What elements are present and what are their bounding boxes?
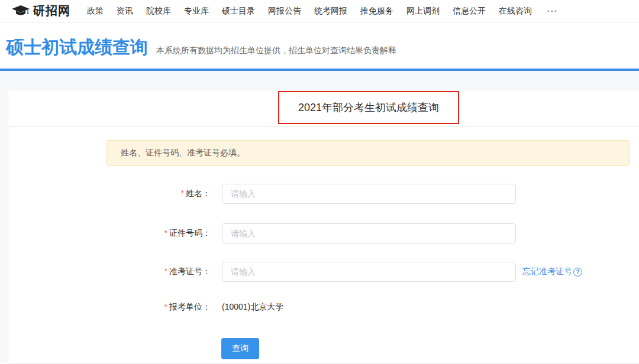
forgot-ticket-link[interactable]: 忘记准考证号? (522, 266, 582, 277)
form-row-id-number: *证件号码： (8, 223, 516, 243)
nav-item-online-consult[interactable]: 在线咨询 (499, 6, 532, 17)
graduation-cap-icon (12, 5, 30, 17)
id-number-label: *证件号码： (8, 228, 211, 239)
top-navigation: 研招网 政策 资讯 院校库 专业库 硕士目录 网报公告 统考网报 推免服务 网上… (0, 0, 639, 22)
ticket-number-label: *准考证号： (8, 266, 211, 277)
logo-text: 研招网 (33, 3, 70, 19)
nav-item-policy[interactable]: 政策 (87, 6, 104, 17)
form-row-institution: *报考单位： (10001)北京大学 (8, 297, 283, 317)
id-number-input[interactable] (222, 223, 516, 243)
nav-item-major-db[interactable]: 专业库 (184, 6, 209, 17)
nav-item-college-db[interactable]: 院校库 (146, 6, 171, 17)
required-asterisk: * (181, 188, 184, 198)
nav-item-news[interactable]: 资讯 (117, 6, 133, 17)
page-subtitle: 本系统所有数据均为招生单位提供，招生单位对查询结果负责解释 (156, 46, 396, 56)
nav-item-exemption-service[interactable]: 推免服务 (360, 6, 393, 17)
institution-value: (10001)北京大学 (222, 302, 283, 313)
ticket-number-input[interactable] (222, 262, 516, 282)
institution-label: *报考单位： (8, 302, 211, 313)
nav-menu: 政策 资讯 院校库 专业库 硕士目录 网报公告 统考网报 推免服务 网上调剂 信… (87, 6, 558, 17)
page-body: 2021年部分考生初试成绩查询 姓名、证件号码、准考证号必填。 *姓名： *证件… (0, 71, 639, 363)
required-fields-alert: 姓名、证件号码、准考证号必填。 (106, 140, 630, 166)
page-header: 硕士初试成绩查询 本系统所有数据均为招生单位提供，招生单位对查询结果负责解释 (0, 22, 639, 69)
nav-item-info-disclosure[interactable]: 信息公开 (453, 6, 486, 17)
nav-item-unified-exam[interactable]: 统考网报 (314, 6, 347, 17)
card-title: 2021年部分考生初试成绩查询 (298, 100, 439, 115)
query-card: 2021年部分考生初试成绩查询 姓名、证件号码、准考证号必填。 *姓名： *证件… (8, 90, 639, 364)
nav-item-online-adjustment[interactable]: 网上调剂 (406, 6, 440, 17)
form-row-ticket-number: *准考证号： 忘记准考证号? (8, 262, 582, 282)
annotation-box: 2021年部分考生初试成绩查询 (278, 91, 459, 124)
required-asterisk: * (164, 302, 167, 311)
page-title: 硕士初试成绩查询 (6, 35, 148, 58)
required-asterisk: * (164, 266, 167, 276)
name-input[interactable] (222, 184, 516, 204)
alert-text: 姓名、证件号码、准考证号必填。 (121, 148, 245, 158)
help-question-icon: ? (573, 268, 582, 277)
site-logo[interactable]: 研招网 (12, 3, 70, 19)
nav-more-ellipsis-icon[interactable]: ••• (547, 8, 558, 14)
nav-item-masters-catalog[interactable]: 硕士目录 (222, 6, 255, 17)
required-asterisk: * (164, 228, 167, 238)
query-button[interactable]: 查询 (221, 338, 259, 359)
form-row-name: *姓名： (8, 184, 516, 204)
name-label: *姓名： (8, 188, 211, 199)
card-title-bar: 2021年部分考生初试成绩查询 (8, 90, 639, 127)
nav-item-report-notice[interactable]: 网报公告 (268, 6, 301, 17)
